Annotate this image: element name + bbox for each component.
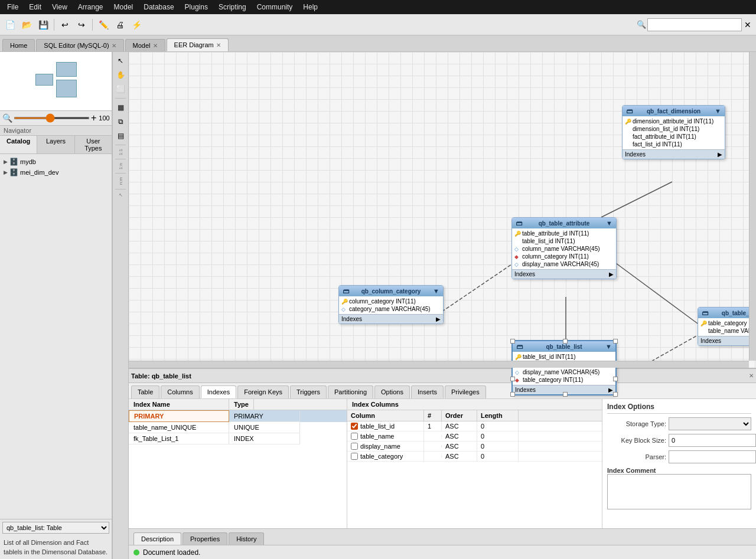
er-table-menu-fact-dim[interactable]: ▼ bbox=[715, 107, 721, 115]
idx-col-check-3[interactable] bbox=[351, 443, 358, 450]
tool-copy[interactable]: ⧉ bbox=[114, 115, 127, 128]
editor-tab-columns[interactable]: Columns bbox=[161, 385, 199, 398]
idx-col-check-1[interactable] bbox=[351, 423, 358, 430]
open-button[interactable]: 📂 bbox=[19, 17, 34, 32]
navigator-label: Navigator bbox=[0, 126, 112, 136]
resize-handle-bl[interactable] bbox=[510, 392, 515, 397]
resize-handle-mr[interactable] bbox=[613, 377, 618, 381]
key-block-size-row: Key Block Size: bbox=[607, 434, 751, 447]
tab-model[interactable]: Model ✕ bbox=[125, 39, 165, 51]
er-table-menu-tlist[interactable]: ▼ bbox=[605, 343, 612, 350]
editor-tab-triggers[interactable]: Triggers bbox=[290, 385, 327, 398]
menu-edit[interactable]: Edit bbox=[24, 2, 46, 12]
er-table-qb-fact-dimension[interactable]: 🗃 qb_fact_dimension ▼ 🔑dimension_attribu… bbox=[622, 105, 725, 159]
tool-layers[interactable]: ▤ bbox=[114, 129, 127, 142]
tree-item-mydb[interactable]: ▶ 🗄️ mydb bbox=[2, 156, 109, 167]
er-table-footer-tcat[interactable]: Indexes ▶ bbox=[698, 336, 756, 345]
bp-tab-history[interactable]: History bbox=[229, 532, 264, 545]
resize-handle-ml[interactable] bbox=[510, 377, 515, 381]
menu-help[interactable]: Help bbox=[298, 2, 322, 12]
tool-eraser[interactable]: ⬜ bbox=[114, 83, 127, 96]
editor-tab-privileges[interactable]: Privileges bbox=[445, 385, 486, 398]
er-table-qb-table-list[interactable]: 🗃 qb_table_list ▼ 🔑table_list_id INT(11)… bbox=[511, 340, 617, 395]
zoom-slider[interactable] bbox=[14, 117, 90, 119]
zoom-out-button[interactable]: 🔍 bbox=[2, 113, 12, 123]
tree-item-mei-dim-dev[interactable]: ▶ 🗄️ mei_dim_dev bbox=[2, 167, 109, 178]
menu-plugins[interactable]: Plugins bbox=[180, 2, 213, 12]
index-list: Index Name Type PRIMARY PRIMARY table_na… bbox=[129, 399, 347, 528]
editor-tab-indexes[interactable]: Indexes bbox=[201, 385, 237, 398]
resize-handle-tr[interactable] bbox=[613, 339, 618, 344]
tab-eer-close[interactable]: ✕ bbox=[216, 42, 221, 48]
sidebar-tab-layers[interactable]: Layers bbox=[37, 136, 74, 153]
er-table-footer-fact-dim[interactable]: Indexes ▶ bbox=[623, 149, 725, 159]
er-field-col-cat-1: 🔑column_category INT(11) bbox=[339, 298, 443, 305]
bottom-panel-close[interactable]: ✕ bbox=[749, 372, 754, 379]
menu-arrange[interactable]: Arrange bbox=[73, 2, 108, 12]
er-field-fact-dim-2: ·dimension_list_id INT(11) bbox=[623, 125, 725, 133]
storage-type-select[interactable]: BTREE HASH bbox=[669, 417, 751, 430]
menu-database[interactable]: Database bbox=[139, 2, 178, 12]
menu-community[interactable]: Community bbox=[252, 2, 298, 12]
er-table-footer-col-cat[interactable]: Indexes ▶ bbox=[339, 314, 443, 323]
tab-home[interactable]: Home bbox=[2, 39, 35, 51]
editor-tab-options[interactable]: Options bbox=[374, 385, 410, 398]
er-table-menu-attr[interactable]: ▼ bbox=[606, 220, 612, 227]
resize-handle-tl[interactable] bbox=[510, 339, 515, 344]
idx-col-check-4[interactable] bbox=[351, 453, 358, 460]
er-table-menu-col-cat[interactable]: ▼ bbox=[433, 287, 439, 295]
zoom-in-button[interactable]: + bbox=[91, 113, 96, 123]
tool-cursor[interactable]: ↖ bbox=[114, 54, 127, 67]
tab-sql-editor[interactable]: SQL Editor (MySQL-0) ✕ bbox=[36, 39, 123, 51]
new-button[interactable]: 📄 bbox=[2, 17, 18, 32]
menu-scripting[interactable]: Scripting bbox=[214, 2, 251, 12]
sidebar-tab-catalog[interactable]: Catalog bbox=[0, 136, 37, 153]
catalog-tree: ▶ 🗄️ mydb ▶ 🗄️ mei_dim_dev bbox=[0, 154, 112, 519]
editor-tab-foreign-keys[interactable]: Foreign Keys bbox=[237, 385, 289, 398]
tab-model-close[interactable]: ✕ bbox=[153, 43, 158, 49]
index-row-primary[interactable]: PRIMARY PRIMARY bbox=[129, 410, 347, 422]
er-table-qb-column-category[interactable]: 🗃 qb_column_category ▼ 🔑column_category … bbox=[338, 285, 444, 324]
table-select-dropdown[interactable]: qb_table_list: Table bbox=[2, 522, 109, 534]
er-table-footer-attr[interactable]: Indexes ▶ bbox=[512, 269, 616, 279]
resize-handle-tc[interactable] bbox=[563, 339, 568, 344]
menu-model[interactable]: Model bbox=[109, 2, 138, 12]
index-row-unique[interactable]: table_name_UNIQUE UNIQUE bbox=[129, 422, 347, 433]
er-table-body-tlist: 🔑table_list_id INT(11) ◇table_name VARCH… bbox=[513, 352, 615, 385]
er-table-qb-table-attribute[interactable]: 🗃 qb_table_attribute ▼ 🔑table_attribute_… bbox=[511, 217, 617, 279]
bp-tab-properties[interactable]: Properties bbox=[183, 532, 227, 545]
resize-handle-bc[interactable] bbox=[563, 392, 568, 397]
search-clear-button[interactable]: ✕ bbox=[742, 17, 754, 32]
editor-tab-table[interactable]: Table bbox=[131, 385, 159, 398]
sidebar-tab-user-types[interactable]: User Types bbox=[75, 136, 112, 153]
execute-button[interactable]: ⚡ bbox=[129, 17, 144, 32]
index-row-fk[interactable]: fk_Table_List_1 INDEX bbox=[129, 433, 347, 444]
search-box: 🔍 ✕ bbox=[637, 17, 754, 32]
parser-input[interactable] bbox=[669, 450, 756, 463]
tab-eer-diagram[interactable]: EER Diagram ✕ bbox=[167, 38, 229, 51]
bp-tab-description[interactable]: Description bbox=[133, 532, 181, 545]
tool-hand[interactable]: ✋ bbox=[114, 68, 127, 81]
tool-table[interactable]: ▦ bbox=[114, 101, 127, 114]
print-button[interactable]: 🖨 bbox=[112, 17, 128, 32]
idx-col-name-1: table_list_id bbox=[360, 423, 395, 430]
edit-button[interactable]: ✏️ bbox=[96, 17, 111, 32]
save-button[interactable]: 💾 bbox=[35, 17, 51, 32]
key-block-size-input[interactable] bbox=[669, 434, 756, 447]
horizontal-scrollbar[interactable] bbox=[129, 361, 749, 368]
diagram-area[interactable]: 🗃 qb_fact_dimension ▼ 🔑dimension_attribu… bbox=[129, 52, 756, 559]
vertical-scrollbar[interactable] bbox=[749, 52, 756, 361]
undo-button[interactable]: ↩ bbox=[57, 17, 73, 32]
editor-tab-inserts[interactable]: Inserts bbox=[411, 385, 444, 398]
er-table-qb-table-category[interactable]: 🗃 qb_table_category ▼ 🔑table_category IN… bbox=[698, 307, 756, 346]
resize-handle-br[interactable] bbox=[613, 392, 618, 397]
menu-file[interactable]: File bbox=[2, 2, 23, 12]
search-input[interactable] bbox=[647, 18, 742, 31]
tab-sql-close[interactable]: ✕ bbox=[112, 43, 116, 49]
editor-tab-partitioning[interactable]: Partitioning bbox=[328, 385, 373, 398]
index-comment-input[interactable] bbox=[607, 474, 751, 509]
redo-button[interactable]: ↪ bbox=[74, 17, 89, 32]
menu-view[interactable]: View bbox=[47, 2, 72, 12]
minimap-table-3 bbox=[56, 80, 77, 97]
idx-col-check-2[interactable] bbox=[351, 433, 358, 440]
